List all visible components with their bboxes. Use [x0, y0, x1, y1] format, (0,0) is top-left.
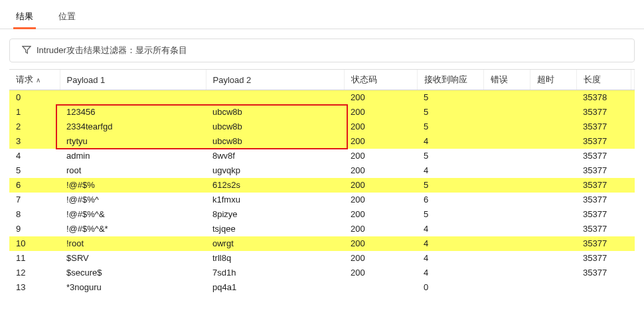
cell-payload1: [60, 90, 206, 105]
cell-id: 1: [9, 105, 60, 120]
cell-payload1: 2334tearfgd: [60, 120, 206, 134]
cell-received: 4: [417, 236, 483, 251]
cell-notes: All: [631, 105, 635, 120]
cell-received: 4: [417, 222, 483, 236]
table-row[interactable]: 1123456ubcw8b200535377All: [9, 105, 635, 120]
cell-notes: All: [631, 222, 635, 236]
cell-notes: All: [631, 120, 635, 134]
cell-length: 35377: [576, 207, 631, 222]
cell-id: 12: [9, 266, 60, 280]
tab-bar: 结果 位置: [0, 0, 644, 29]
cell-payload2: pq4a1: [206, 280, 344, 295]
table-row[interactable]: 3rtytyuubcw8b200435377All: [9, 134, 635, 149]
cell-payload2: k1fmxu: [206, 193, 344, 207]
cell-payload2: 612s2s: [206, 178, 344, 193]
cell-error: [483, 236, 530, 251]
cell-timeout: [530, 90, 576, 105]
cell-payload1: $secure$: [60, 266, 206, 280]
cell-payload1: *3noguru: [60, 280, 206, 295]
table-row[interactable]: 0200535378All: [9, 90, 635, 105]
cell-notes: All: [631, 251, 635, 266]
cell-timeout: [530, 134, 576, 149]
cell-length: 35377: [576, 149, 631, 163]
cell-status: 200: [344, 236, 417, 251]
cell-id: 7: [9, 193, 60, 207]
cell-received: 5: [417, 207, 483, 222]
cell-payload2: 8wv8f: [206, 149, 344, 163]
results-table: 请求∧ Payload 1 Payload 2 状态码 接收到响应 错误 超时 …: [9, 70, 635, 295]
cell-timeout: [530, 251, 576, 266]
col-payload1[interactable]: Payload 1: [60, 70, 206, 90]
cell-payload2: ubcw8b: [206, 105, 344, 120]
cell-notes: All: [631, 149, 635, 163]
cell-error: [483, 105, 530, 120]
table-row[interactable]: 7!@#$%^k1fmxu200635377All: [9, 193, 635, 207]
cell-id: 5: [9, 163, 60, 178]
cell-status: 200: [344, 134, 417, 149]
cell-status: 200: [344, 222, 417, 236]
col-length[interactable]: 长度: [576, 70, 631, 90]
table-row[interactable]: 9!@#$%^&*tsjqee200435377All: [9, 222, 635, 236]
cell-error: [483, 280, 530, 295]
table-row[interactable]: 13*3nogurupq4a10: [9, 280, 635, 295]
cell-timeout: [530, 163, 576, 178]
filter-bar[interactable]: Intruder攻击结果过滤器：显示所有条目: [9, 39, 635, 62]
table-row[interactable]: 22334tearfgdubcw8b200535377All: [9, 120, 635, 134]
col-request[interactable]: 请求∧: [9, 70, 60, 90]
cell-payload1: !@#$%^&*: [60, 222, 206, 236]
cell-payload2: ubcw8b: [206, 134, 344, 149]
cell-length: 35377: [576, 222, 631, 236]
col-payload2[interactable]: Payload 2: [206, 70, 344, 90]
table-row[interactable]: 11$SRVtrll8q200435377All: [9, 251, 635, 266]
col-request-label: 请求: [16, 74, 33, 84]
cell-payload2: [206, 90, 344, 105]
cell-timeout: [530, 266, 576, 280]
cell-notes: [631, 280, 635, 295]
cell-error: [483, 90, 530, 105]
cell-length: 35377: [576, 120, 631, 134]
cell-id: 2: [9, 120, 60, 134]
table-row[interactable]: 12$secure$7sd1h200435377All: [9, 266, 635, 280]
cell-error: [483, 266, 530, 280]
cell-payload1: !root: [60, 236, 206, 251]
col-error[interactable]: 错误: [483, 70, 530, 90]
cell-timeout: [530, 193, 576, 207]
col-timeout[interactable]: 超时: [530, 70, 576, 90]
cell-received: 0: [417, 280, 483, 295]
cell-received: 4: [417, 163, 483, 178]
table-header: 请求∧ Payload 1 Payload 2 状态码 接收到响应 错误 超时 …: [9, 70, 635, 90]
table-row[interactable]: 6!@#$%612s2s200535377All: [9, 178, 635, 193]
cell-status: [344, 280, 417, 295]
cell-error: [483, 178, 530, 193]
cell-length: 35377: [576, 251, 631, 266]
table-row[interactable]: 5rootugvqkp200435377All: [9, 163, 635, 178]
filter-text: Intruder攻击结果过滤器：显示所有条目: [37, 44, 187, 56]
cell-length: 35377: [576, 134, 631, 149]
cell-status: 200: [344, 120, 417, 134]
col-status[interactable]: 状态码: [344, 70, 417, 90]
cell-length: 35377: [576, 266, 631, 280]
col-notes[interactable]: 注:: [631, 70, 635, 90]
tab-positions[interactable]: 位置: [56, 7, 78, 29]
cell-payload1: admin: [60, 149, 206, 163]
cell-notes: All: [631, 207, 635, 222]
cell-received: 5: [417, 105, 483, 120]
cell-payload1: rtytyu: [60, 134, 206, 149]
cell-error: [483, 163, 530, 178]
cell-notes: All: [631, 193, 635, 207]
cell-timeout: [530, 280, 576, 295]
cell-received: 5: [417, 178, 483, 193]
col-received[interactable]: 接收到响应: [417, 70, 483, 90]
table-row[interactable]: 10!rootowrgt200435377All: [9, 236, 635, 251]
cell-timeout: [530, 105, 576, 120]
cell-error: [483, 251, 530, 266]
cell-timeout: [530, 120, 576, 134]
cell-received: 4: [417, 251, 483, 266]
table-row[interactable]: 8!@#$%^&8pizye200535377All: [9, 207, 635, 222]
cell-id: 4: [9, 149, 60, 163]
cell-notes: All: [631, 163, 635, 178]
cell-length: 35378: [576, 90, 631, 105]
cell-notes: All: [631, 178, 635, 193]
tab-results[interactable]: 结果: [13, 7, 36, 29]
table-row[interactable]: 4admin8wv8f200535377All: [9, 149, 635, 163]
